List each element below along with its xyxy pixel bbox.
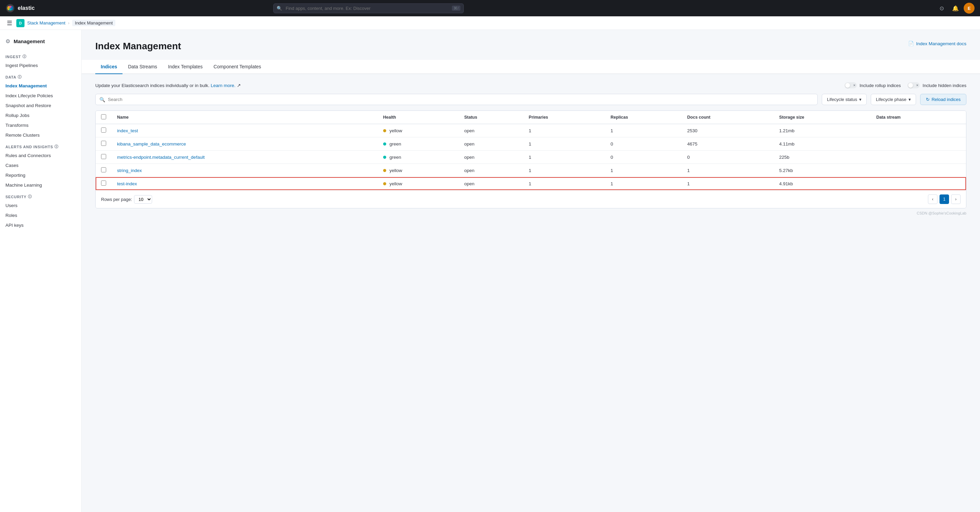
index-link-1[interactable]: kibana_sample_data_ecommerce xyxy=(117,141,186,146)
col-primaries[interactable]: Primaries xyxy=(523,111,605,124)
sidebar-item-remote-clusters[interactable]: Remote Clusters xyxy=(0,130,81,140)
prev-page-button[interactable]: ‹ xyxy=(928,195,937,204)
row-checkbox-2[interactable] xyxy=(101,154,106,159)
learn-more-link[interactable]: Learn more. xyxy=(211,83,235,88)
next-page-button[interactable]: › xyxy=(951,195,961,204)
col-health[interactable]: Health xyxy=(378,111,459,124)
global-search-input[interactable] xyxy=(273,3,464,13)
page-1-button[interactable]: 1 xyxy=(940,195,949,204)
row-docs-count-cell: 1 xyxy=(682,177,774,190)
page-controls: ‹ 1 › xyxy=(928,195,961,204)
hidden-toggle-group: ✕ Include hidden indices xyxy=(907,82,966,89)
tab-indices[interactable]: Indices xyxy=(95,60,123,74)
global-search[interactable]: 🔍 ⌘/ xyxy=(273,3,464,13)
search-input[interactable] xyxy=(95,94,818,105)
row-primaries-cell: 1 xyxy=(523,164,605,177)
col-data-stream[interactable]: Data stream xyxy=(871,111,966,124)
index-link-4[interactable]: test-index xyxy=(117,181,137,186)
breadcrumb-stack-management[interactable]: Stack Management xyxy=(27,21,65,25)
rollup-toggle-label: Include rollup indices xyxy=(859,83,901,88)
row-checkbox-cell xyxy=(95,177,111,190)
sidebar-item-index-lifecycle-policies[interactable]: Index Lifecycle Policies xyxy=(0,91,81,101)
sidebar-item-users[interactable]: Users xyxy=(0,201,81,211)
sidebar-item-api-keys[interactable]: API keys xyxy=(0,220,81,230)
row-checkbox-1[interactable] xyxy=(101,141,106,146)
sidebar-item-snapshot-restore[interactable]: Snapshot and Restore xyxy=(0,101,81,111)
table-header-row: Name Health Status Primaries Replicas xyxy=(95,111,966,124)
row-checkbox-4[interactable] xyxy=(101,181,106,185)
row-docs-count-cell: 4675 xyxy=(682,137,774,151)
row-data-stream-cell xyxy=(871,124,966,137)
space-avatar: D xyxy=(16,19,24,27)
index-link-0[interactable]: index_test xyxy=(117,128,138,133)
index-link-3[interactable]: string_index xyxy=(117,168,142,173)
app-logo[interactable]: elastic xyxy=(5,3,35,13)
row-data-stream-cell xyxy=(871,151,966,164)
rows-per-page: Rows per page: 10 25 50 xyxy=(101,195,154,204)
data-info-icon[interactable]: ⓘ xyxy=(18,75,22,79)
tab-data-streams[interactable]: Data Streams xyxy=(123,60,163,74)
menu-toggle[interactable]: ☰ xyxy=(5,18,14,28)
svg-point-3 xyxy=(7,6,10,10)
health-text: green xyxy=(390,155,401,160)
select-all-checkbox[interactable] xyxy=(101,114,106,119)
tab-component-templates[interactable]: Component Templates xyxy=(208,60,267,74)
sidebar-item-rules-connectors[interactable]: Rules and Connectors xyxy=(0,151,81,160)
sidebar-item-ingest-pipelines[interactable]: Ingest Pipelines xyxy=(0,60,81,70)
indices-table: Name Health Status Primaries Replicas xyxy=(95,111,966,208)
search-bar[interactable]: 🔍 xyxy=(95,94,818,105)
notifications-icon[interactable]: 🔔 xyxy=(950,3,961,14)
rows-per-page-select[interactable]: 10 25 50 xyxy=(134,195,152,204)
sidebar-item-roles[interactable]: Roles xyxy=(0,211,81,220)
security-info-icon[interactable]: ⓘ xyxy=(28,194,32,199)
health-text: yellow xyxy=(390,181,402,186)
sidebar-item-rollup-jobs[interactable]: Rollup Jobs xyxy=(0,111,81,120)
health-indicator xyxy=(383,182,386,185)
row-replicas-cell: 1 xyxy=(605,164,682,177)
row-name-cell: index_test xyxy=(111,124,378,137)
sidebar-item-cases[interactable]: Cases xyxy=(0,160,81,170)
rollup-toggle-group: ✕ Include rollup indices xyxy=(845,82,901,89)
breadcrumb-bar: ☰ D Stack Management › Index Management xyxy=(0,16,980,30)
rollup-toggle[interactable]: ✕ xyxy=(845,82,857,89)
col-name[interactable]: Name xyxy=(111,111,378,124)
col-replicas[interactable]: Replicas xyxy=(605,111,682,124)
sidebar-item-transforms[interactable]: Transforms xyxy=(0,120,81,130)
search-icon: 🔍 xyxy=(277,6,282,11)
row-replicas-cell: 1 xyxy=(605,177,682,190)
row-checkbox-cell xyxy=(95,151,111,164)
search-filters-row: 🔍 Lifecycle status ▾ Lifecycle phase ▾ ↻… xyxy=(95,94,966,105)
reload-button[interactable]: ↻ Reload indices xyxy=(920,94,966,105)
sidebar-item-machine-learning[interactable]: Machine Learning xyxy=(0,180,81,190)
row-name-cell: kibana_sample_data_ecommerce xyxy=(111,137,378,151)
table-row: test-index yellow open 1 1 1 4.91kb xyxy=(95,177,966,190)
row-checkbox-cell xyxy=(95,137,111,151)
docs-link[interactable]: 📄 Index Management docs xyxy=(908,41,966,46)
tab-index-templates[interactable]: Index Templates xyxy=(163,60,208,74)
row-storage-size-cell: 5.27kb xyxy=(774,164,871,177)
row-checkbox-0[interactable] xyxy=(101,127,106,133)
sidebar-header: ⚙ Management xyxy=(0,35,81,50)
user-avatar[interactable]: E xyxy=(964,3,975,14)
sidebar-title: Management xyxy=(14,38,45,44)
row-status-cell: open xyxy=(459,137,523,151)
lifecycle-phase-filter[interactable]: Lifecycle phase ▾ xyxy=(871,94,916,105)
col-status[interactable]: Status xyxy=(459,111,523,124)
info-icon[interactable]: ⓘ xyxy=(22,54,27,59)
col-docs-count[interactable]: Docs count xyxy=(682,111,774,124)
row-checkbox-cell xyxy=(95,124,111,137)
alerts-info-icon[interactable]: ⓘ xyxy=(54,144,59,149)
docs-link-icon: 📄 xyxy=(908,41,914,46)
col-storage-size[interactable]: Storage size xyxy=(774,111,871,124)
row-storage-size-cell: 4.91kb xyxy=(774,177,871,190)
help-icon[interactable]: ⊙ xyxy=(937,3,947,14)
sidebar: ⚙ Management Ingest ⓘ Ingest Pipelines D… xyxy=(0,30,82,512)
row-data-stream-cell xyxy=(871,164,966,177)
sidebar-item-index-management[interactable]: Index Management xyxy=(0,81,81,91)
index-link-2[interactable]: metrics-endpoint.metadata_current_defaul… xyxy=(117,155,205,160)
hidden-toggle[interactable]: ✕ xyxy=(907,82,920,89)
lifecycle-status-filter[interactable]: Lifecycle status ▾ xyxy=(822,94,867,105)
row-checkbox-3[interactable] xyxy=(101,167,106,172)
sidebar-item-reporting[interactable]: Reporting xyxy=(0,170,81,180)
row-name-cell: metrics-endpoint.metadata_current_defaul… xyxy=(111,151,378,164)
